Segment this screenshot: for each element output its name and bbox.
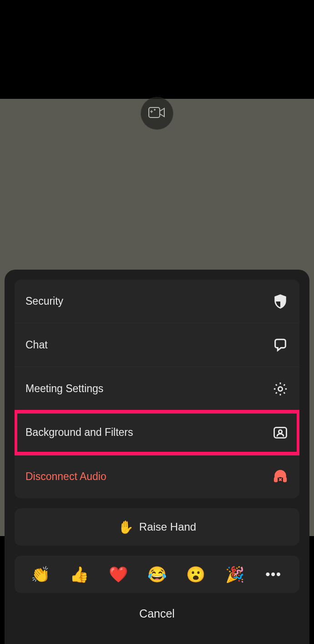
headphones-x-icon bbox=[272, 468, 289, 485]
reaction-clap[interactable]: 👏 bbox=[29, 562, 52, 586]
raise-hand-icon: ✋ bbox=[118, 520, 134, 535]
svg-rect-5 bbox=[284, 478, 286, 482]
video-sparkle-icon bbox=[148, 106, 166, 121]
reaction-tada[interactable]: 🎉 bbox=[223, 562, 247, 586]
camera-effects-button[interactable] bbox=[141, 97, 173, 130]
menu-list: Security Chat Meeting Settings Backgroun… bbox=[15, 280, 299, 498]
reactions-row: 👏 👍 ❤️ 😂 😮 🎉 ••• bbox=[15, 556, 299, 593]
menu-item-label: Chat bbox=[25, 339, 48, 351]
menu-item-label: Background and Filters bbox=[25, 426, 133, 439]
raise-hand-button[interactable]: ✋ Raise Hand bbox=[15, 508, 299, 546]
reaction-thumbs-up[interactable]: 👍 bbox=[67, 562, 91, 586]
shield-icon bbox=[272, 293, 289, 310]
reactions-more-button[interactable]: ••• bbox=[262, 562, 285, 586]
chat-icon bbox=[272, 337, 289, 353]
svg-rect-4 bbox=[274, 478, 277, 482]
reaction-wow[interactable]: 😮 bbox=[184, 562, 208, 586]
svg-rect-2 bbox=[274, 427, 287, 438]
cancel-button[interactable]: Cancel bbox=[15, 593, 299, 634]
person-frame-icon bbox=[272, 424, 289, 441]
menu-item-label: Disconnect Audio bbox=[25, 470, 106, 483]
menu-item-meeting-settings[interactable]: Meeting Settings bbox=[15, 367, 299, 411]
svg-point-3 bbox=[279, 430, 282, 433]
raise-hand-label: Raise Hand bbox=[139, 521, 196, 533]
reaction-laugh[interactable]: 😂 bbox=[145, 562, 169, 586]
gear-icon bbox=[272, 381, 289, 397]
menu-item-background-filters[interactable]: Background and Filters bbox=[15, 411, 299, 455]
menu-item-label: Security bbox=[25, 295, 63, 307]
menu-item-label: Meeting Settings bbox=[25, 383, 103, 395]
menu-item-security[interactable]: Security bbox=[15, 280, 299, 323]
svg-point-1 bbox=[278, 387, 282, 391]
reaction-heart[interactable]: ❤️ bbox=[106, 562, 130, 586]
menu-item-disconnect-audio[interactable]: Disconnect Audio bbox=[15, 455, 299, 498]
more-actions-sheet: Security Chat Meeting Settings Backgroun… bbox=[5, 270, 309, 644]
svg-rect-0 bbox=[149, 107, 160, 118]
menu-item-chat[interactable]: Chat bbox=[15, 323, 299, 367]
cancel-label: Cancel bbox=[139, 607, 175, 620]
